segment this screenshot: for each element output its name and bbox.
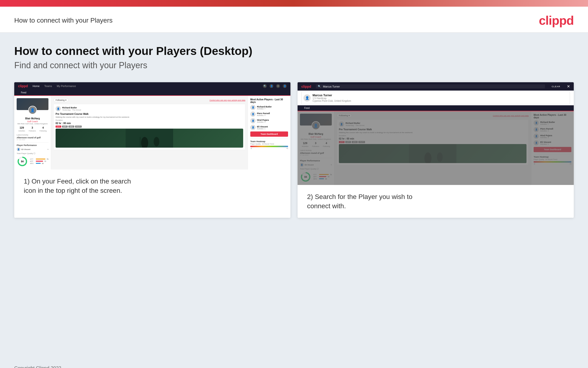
most-active-title-1: Most Active Players - Last 30 days: [250, 98, 288, 103]
nav-performance-1[interactable]: My Performance: [57, 85, 76, 87]
player-item-1-1: 👤 Richard ButlerActivities: 7: [250, 105, 288, 110]
following-button-1[interactable]: Following ▾: [53, 98, 69, 102]
app-body-1: 👤 Blair McHarg Golf Coach Mill Ride Golf…: [14, 96, 290, 169]
search-result-info-2: Marcus Turner 1.5 Handicap Cypress Point…: [313, 94, 351, 102]
middle-panel-2: Following ▾ Control who can see your act…: [334, 111, 531, 185]
tab-feed-1[interactable]: Feed: [18, 90, 29, 96]
top-accent-bar: [0, 0, 588, 7]
activity-card-1: 👤 Richard Butler Yesterday · The Grove P…: [53, 104, 245, 150]
step2-description: 2) Search for the Player you wish toconn…: [298, 185, 574, 218]
profile-name-1: Blair McHarg: [17, 117, 48, 120]
activity-title-1: Pre Tournament Course Walk: [56, 113, 243, 115]
pp-avatar-1: 👤: [17, 147, 20, 151]
profile-stats-2: 129Activities 3Followers 4Following: [300, 142, 332, 147]
following-row-1: Following ▾ Control who can see your act…: [53, 98, 245, 102]
svg-rect-0: [126, 129, 173, 148]
app-ui-1: clippd Home Teams My Performance 🔍 👤 ⚙ 👤…: [14, 82, 290, 169]
stat-followers-1: 3 Followers: [29, 126, 36, 132]
profile-cover-1: 👤: [17, 98, 48, 110]
app-navbar-1: clippd Home Teams My Performance 🔍 👤 ⚙ 👤: [14, 82, 290, 90]
activity-avatar-1: 👤: [56, 106, 61, 111]
settings-icon-1[interactable]: ⚙: [276, 84, 280, 88]
score-circle-1: 84: [18, 157, 27, 166]
close-button-2[interactable]: ✕: [567, 84, 570, 89]
page-heading: How to connect with your Players (Deskto…: [14, 45, 574, 57]
main-content: How to connect with your Players (Deskto…: [0, 33, 588, 361]
nav-home-1[interactable]: Home: [33, 85, 39, 87]
app-ui-2: clippd 🔍 Marcus Turner CLEAR ✕ 👤 Marcus …: [298, 82, 574, 185]
players-list-2: 👤 Richard ButlerActivities: 7 👤 Piers Pa…: [534, 120, 571, 146]
latest-activity-2: Latest Activity Afternoon round of golf …: [300, 149, 332, 156]
activity-duration-label-1: Duration: [56, 119, 243, 121]
activity-header-1: 👤 Richard Butler Yesterday · The Grove: [56, 106, 243, 111]
tag-app-1: APP: [62, 126, 68, 128]
page-title: How to connect with your Players: [14, 17, 113, 24]
svg-rect-3: [140, 137, 140, 147]
activity-tags-1: OTT APP ARG PUTT: [56, 126, 243, 128]
profile-avatar-1: 👤: [28, 106, 37, 114]
team-heatmap-1: Team Heatmap Player Quality · 20 Round T…: [250, 138, 288, 149]
svg-rect-4: [409, 144, 456, 163]
profile-stats-1: 129 Activities 3 Followers 4 Following: [17, 126, 48, 132]
logo: clippd: [539, 13, 574, 28]
stat-activities-1: 129 Activities: [18, 126, 25, 132]
tag-ott-1: OTT: [56, 126, 61, 128]
activity-duration-1: 02 hr : 00 min: [56, 122, 243, 125]
score-value-1: 84: [19, 158, 26, 165]
nav-teams-1[interactable]: Teams: [44, 85, 52, 87]
search-result-avatar-2: 👤: [304, 94, 311, 101]
team-heatmap-2: Team Heatmap Player Quality · 20 Round T…: [534, 154, 571, 165]
step1-description: 1) On your Feed, click on the searchicon…: [14, 169, 290, 202]
left-panel-1: 👤 Blair McHarg Golf Coach Mill Ride Golf…: [14, 96, 51, 169]
player-performance-title-1: Player Performance: [17, 144, 48, 147]
middle-panel-1: Following ▾ Control who can see your act…: [51, 96, 248, 169]
team-dashboard-btn-1[interactable]: Team Dashboard: [250, 131, 288, 137]
heatmap-bar-1: [250, 146, 288, 147]
svg-point-6: [437, 152, 443, 162]
search-icon-1[interactable]: 🔍: [263, 84, 267, 88]
heatmap-labels-1: -5 +5: [250, 148, 288, 149]
app-navbar-2: clippd 🔍 Marcus Turner CLEAR ✕: [298, 82, 574, 91]
screenshots-row: clippd Home Teams My Performance 🔍 👤 ⚙ 👤…: [14, 82, 574, 218]
team-dashboard-btn-2[interactable]: Team Dashboard: [534, 147, 571, 152]
player-performance-section-2: Player Performance 👤 Eli Vincent ▾ Total…: [300, 158, 332, 183]
player-item-1-4: 👤 Eli VincentActivities: 1: [250, 125, 288, 130]
profile-club-1: Mill Ride Golf Club, United Kingdom: [17, 123, 48, 125]
control-link-1[interactable]: Control who can see your activity and da…: [210, 99, 245, 101]
tab-feed-2[interactable]: Feed: [301, 105, 313, 111]
page-subheading: Find and connect with your Players: [14, 60, 574, 70]
header: How to connect with your Players clippd: [0, 7, 588, 33]
app-tabs-2: Feed: [298, 105, 574, 111]
copyright-text: Copyright Clippd 2022: [14, 365, 61, 368]
svg-point-2: [154, 137, 159, 147]
player-item-1-2: 👤 Piers ParnellActivities: 4: [250, 111, 288, 117]
footer: Copyright Clippd 2022: [0, 361, 588, 368]
players-list-1: 👤 Richard ButlerActivities: 7 👤 Piers Pa…: [250, 105, 288, 130]
clear-button-2[interactable]: CLEAR: [552, 85, 560, 88]
tag-putt-1: PUTT: [75, 126, 82, 128]
stat-bars-2: OTT79 APP70 ARG64: [313, 174, 332, 180]
search-input-2[interactable]: Marcus Turner: [323, 85, 340, 88]
left-panel-2: 👤 Blair McHarg Golf Coach Mill Ride Golf…: [298, 111, 334, 185]
pp-chevron-1: ▾: [47, 148, 48, 150]
pp-player-row-1[interactable]: 👤 Eli Vincent ▾: [17, 147, 48, 151]
app-tabs-1: Feed: [14, 90, 290, 96]
activity-image-1: [56, 129, 243, 148]
right-panel-2: Most Active Players - Last 30 days 👤 Ric…: [531, 111, 574, 185]
nav-logo-1: clippd: [18, 84, 28, 88]
player-performance-section-1: Player Performance 👤 Eli Vincent ▾ Total…: [17, 142, 48, 167]
nav-logo-2: clippd: [301, 85, 311, 88]
activity-card-2: 👤 Richard Butler Yesterday · The Grove P…: [337, 119, 529, 165]
user-icon-1[interactable]: 👤: [270, 84, 273, 88]
screenshot-1: clippd Home Teams My Performance 🔍 👤 ⚙ 👤…: [14, 82, 290, 218]
profile-avatar-2: 👤: [312, 121, 320, 130]
avatar-icon-1[interactable]: 👤: [283, 84, 287, 88]
app-body-2: 👤 Blair McHarg Golf Coach Mill Ride Golf…: [298, 111, 574, 185]
tag-arg-1: ARG: [68, 126, 74, 128]
search-result-dropdown-2[interactable]: 👤 Marcus Turner 1.5 Handicap Cypress Poi…: [301, 92, 570, 104]
tpq-label-1: Total Player Quality ⓘ: [17, 152, 48, 155]
profile-cover-2: 👤: [300, 114, 332, 126]
screenshot-2: clippd 🔍 Marcus Turner CLEAR ✕ 👤 Marcus …: [298, 82, 574, 218]
stat-bars-1: OTT79 APP70 ARG64: [30, 158, 48, 165]
stat-following-1: 4 Following: [40, 126, 47, 132]
